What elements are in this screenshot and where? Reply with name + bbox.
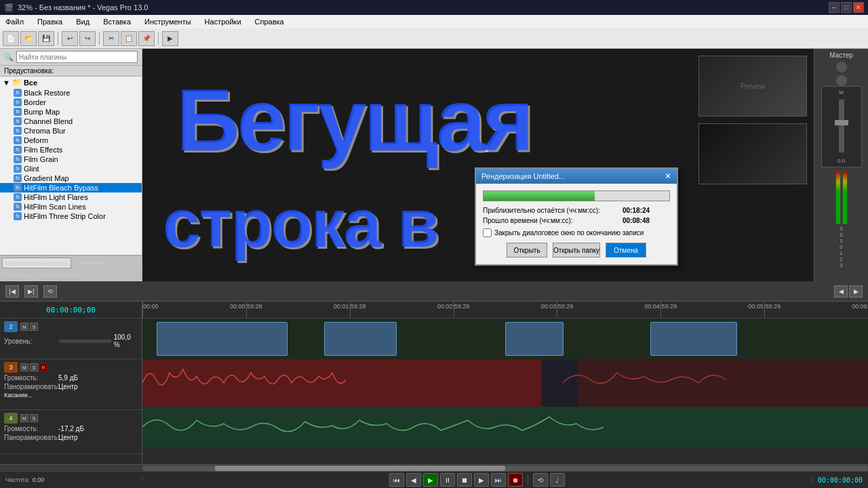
transport-prev-frame[interactable]: ◀	[406, 473, 421, 487]
tree-item-film-effects[interactable]: fx Film Effects	[0, 145, 142, 155]
tree-item-chroma-blur[interactable]: fx Chroma Blur	[0, 126, 142, 136]
scrollbar-thumb[interactable]	[215, 466, 505, 471]
tab-video-fx[interactable]: Видеоспецэф...	[38, 270, 87, 279]
toolbar-separator-3	[158, 33, 159, 45]
pan-value-4: Центр	[58, 434, 78, 441]
video-track-content[interactable]	[142, 319, 868, 359]
metronome-button[interactable]: ♩	[550, 473, 565, 487]
video-clip-1[interactable]	[157, 322, 288, 356]
scroll-right-button[interactable]: ▶	[849, 285, 863, 298]
transport-stop[interactable]: ⏹	[457, 473, 472, 487]
ruler-label: 00:00:59:28	[230, 303, 262, 310]
timeline-next-button[interactable]: ▶|	[24, 285, 38, 298]
scrollbar-track[interactable]	[142, 466, 868, 471]
fx-icon: fx	[14, 184, 22, 192]
title-bar-controls[interactable]: ─ □ ✕	[829, 2, 864, 13]
save-button[interactable]: 💾	[38, 31, 54, 46]
minimize-button[interactable]: ─	[829, 2, 840, 13]
master-knob-1[interactable]	[836, 62, 847, 73]
track-touch-row: Касание...	[4, 392, 138, 399]
menu-help[interactable]: Справка	[252, 18, 287, 26]
time-display-value: 00:00:00;00	[818, 476, 863, 484]
timeline-scrollbar[interactable]	[0, 464, 868, 471]
menu-edit[interactable]: Правка	[35, 18, 65, 26]
copy-button[interactable]: 📋	[121, 31, 137, 46]
video-clip-4[interactable]	[650, 322, 737, 356]
vol-label-3: Громкость:	[4, 374, 58, 382]
transport-to-start[interactable]: ⏮	[389, 473, 404, 487]
master-ch-label: M	[839, 89, 844, 96]
time-display: 00:00:00;00	[812, 476, 868, 484]
dialog-body: Приблизительно остаётся (чч:мм:сс): 00:1…	[476, 184, 677, 264]
undo-button[interactable]: ↩	[62, 31, 78, 46]
master-title: Мастер	[829, 52, 853, 59]
transport-next-frame[interactable]: ▶	[474, 473, 489, 487]
menu-tools[interactable]: Инструменты	[142, 18, 194, 26]
track-solo-button-4[interactable]: S	[30, 414, 38, 422]
maximize-button[interactable]: □	[841, 2, 852, 13]
scroll-left-button[interactable]: ◀	[834, 285, 848, 298]
open-button[interactable]: 📂	[20, 31, 37, 46]
transport-pause[interactable]: ⏸	[440, 473, 455, 487]
track-rec-button-3[interactable]: R	[39, 363, 47, 371]
tab-media[interactable]: Медиафайлы проекта	[2, 258, 71, 268]
tree-item-hitfilm-light[interactable]: fx HitFilm Light Flares	[0, 192, 142, 202]
vu-left	[835, 170, 841, 224]
video-clip-3[interactable]	[505, 322, 564, 356]
audio-track-content-4[interactable]	[142, 407, 868, 447]
auto-close-checkbox[interactable]	[483, 228, 492, 237]
tree-item-label: Glint	[24, 165, 39, 173]
tree-item-deform[interactable]: fx Deform	[0, 136, 142, 145]
tree-item-black-restore[interactable]: fx Black Restore	[0, 88, 142, 98]
track-mute-button-4[interactable]: M	[20, 414, 28, 422]
tree-item-film-grain[interactable]: fx Film Grain	[0, 155, 142, 164]
paste-button[interactable]: 📌	[138, 31, 155, 46]
tree-item-hitfilm-scan[interactable]: fx HitFilm Scan Lines	[0, 202, 142, 211]
track-solo-button[interactable]: S	[30, 323, 38, 331]
bottom-bar: Частота: 0,00 ⏮ ◀ ▶ ⏸ ⏹ ▶ ⏭ ⏺ ⟲ ♩ 00:00:…	[0, 471, 868, 488]
tree-item-bump-map[interactable]: fx Bump Map	[0, 107, 142, 117]
tab-explorer[interactable]: Проводник	[73, 258, 108, 268]
track-solo-button-3[interactable]: S	[30, 363, 38, 371]
cancel-render-button[interactable]: Отмена	[606, 243, 646, 258]
track-mute-button-3[interactable]: M	[20, 363, 28, 371]
open-file-button[interactable]: Открыть	[507, 243, 547, 258]
transport-record[interactable]: ⏺	[508, 473, 523, 487]
tree-root-all[interactable]: ▼ 📁 Все	[0, 77, 142, 88]
ruler-label: 00:00:00:00	[142, 303, 159, 310]
track-mute-button[interactable]: M	[20, 323, 28, 331]
tree-item-hitfilm-three[interactable]: fx HitFilm Three Strip Color	[0, 211, 142, 221]
cut-button[interactable]: ✂	[103, 31, 119, 46]
track-header-video: 2 M S	[4, 321, 138, 332]
tree-item-border[interactable]: fx Border	[0, 98, 142, 107]
tree-item-channel-blend[interactable]: fx Channel Blend	[0, 117, 142, 126]
menu-insert[interactable]: Вставка	[100, 18, 134, 26]
timeline-loop-button[interactable]: ⟲	[43, 285, 57, 298]
open-folder-button[interactable]: Открыть папку	[553, 243, 600, 258]
close-button[interactable]: ✕	[853, 2, 864, 13]
timeline-prev-button[interactable]: |◀	[5, 285, 19, 298]
menu-settings[interactable]: Настройки	[202, 18, 244, 26]
plugin-tree: ▼ 📁 Все fx Black Restore fx Border fx Bu…	[0, 77, 142, 255]
menu-file[interactable]: Файл	[3, 18, 26, 26]
video-clip-2[interactable]	[324, 322, 397, 356]
level-slider[interactable]	[59, 340, 111, 343]
new-button[interactable]: 📄	[3, 31, 19, 46]
tree-item-glint[interactable]: fx Glint	[0, 164, 142, 174]
transport-to-end[interactable]: ⏭	[491, 473, 506, 487]
search-input[interactable]	[16, 51, 138, 63]
redo-button[interactable]: ↪	[79, 31, 96, 46]
vu-meters	[835, 170, 848, 224]
master-knob-2[interactable]	[836, 75, 847, 86]
tree-item-gradient-map[interactable]: fx Gradient Map	[0, 174, 142, 183]
render-button[interactable]: ▶	[162, 31, 178, 46]
audio-track-content-3[interactable]	[142, 359, 868, 407]
timeline-area: |◀ ▶| ⟲ ◀ ▶ 00:00:00;00 00:00:00:0000:00…	[0, 281, 868, 471]
tab-transition[interactable]: Переход...	[2, 270, 37, 279]
dialog-close-button[interactable]: ✕	[665, 171, 671, 181]
menu-view[interactable]: Вид	[73, 18, 92, 26]
tree-item-hitfilm-bleach[interactable]: fx HitFilm Bleach Bypass	[0, 183, 142, 192]
loop-button[interactable]: ⟲	[533, 473, 548, 487]
transport-play[interactable]: ▶	[423, 473, 438, 487]
master-fader-knob[interactable]	[835, 120, 848, 125]
